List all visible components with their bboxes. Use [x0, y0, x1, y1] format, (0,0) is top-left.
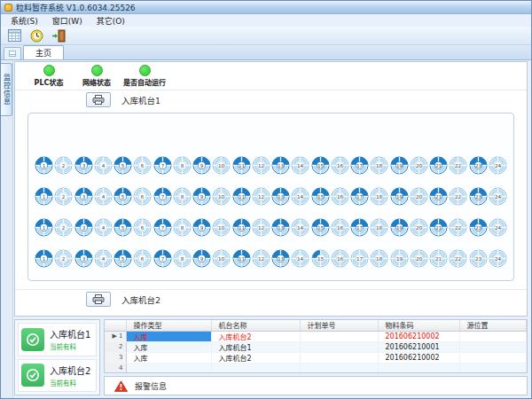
grid-row-header[interactable]: 3: [105, 352, 126, 363]
machine-list-item[interactable]: 入库机台2 当前有料: [18, 359, 97, 393]
clock-icon[interactable]: [28, 27, 44, 43]
grid-cell[interactable]: 201606210001: [378, 341, 459, 352]
tab-home[interactable]: 主页: [23, 45, 64, 59]
silo-indicator: 5: [113, 249, 132, 268]
grid-cell[interactable]: [300, 352, 378, 363]
menu-item[interactable]: 其它(O): [90, 14, 132, 27]
schedule-grid-icon[interactable]: [6, 27, 22, 43]
grid-row[interactable]: 2入库入库机台1201606210001: [105, 341, 527, 352]
grid-column-header[interactable]: 操作类型: [126, 320, 211, 331]
grid-column-header[interactable]: 物料条码: [378, 320, 459, 331]
svg-text:14: 14: [297, 163, 304, 168]
grid-cell[interactable]: [459, 341, 527, 352]
silo-indicator: 22: [449, 156, 467, 175]
grid-cell[interactable]: 入库: [126, 352, 211, 363]
silo-indicator: 17: [350, 156, 369, 175]
print-button-machine2[interactable]: [86, 292, 111, 307]
svg-text:15: 15: [317, 225, 324, 231]
silo-indicator: 15: [311, 249, 330, 268]
silo-indicator: 13: [271, 187, 290, 206]
grid-cell[interactable]: [126, 363, 211, 373]
grid-cell[interactable]: [211, 363, 300, 373]
silo-indicator: 7: [153, 156, 172, 175]
svg-text:7: 7: [160, 225, 164, 231]
silo-indicator: 19: [390, 156, 409, 175]
svg-text:18: 18: [376, 256, 383, 262]
machine-status: 当前有料: [50, 378, 90, 387]
grid-row-header[interactable]: ▶ 1: [105, 331, 126, 341]
silo-grid: 1 2 3 4 5 6 7 8 9 10 11 12 13 14 15 16 1…: [27, 113, 514, 281]
svg-text:24: 24: [495, 194, 502, 200]
grid-cell[interactable]: 201606210002: [378, 352, 459, 363]
svg-text:21: 21: [435, 194, 442, 200]
grid-row[interactable]: ▶ 1入库入库机台2201606210002: [105, 331, 527, 341]
svg-text:8: 8: [180, 256, 184, 262]
grid-row[interactable]: 3入库入库机台2201606210002: [105, 352, 527, 363]
menu-item[interactable]: 系统(S): [4, 14, 45, 27]
silo-indicator: 4: [94, 187, 113, 206]
svg-text:20: 20: [416, 225, 423, 231]
svg-text:14: 14: [297, 256, 304, 262]
app-window: 粒料暂存系统 V1.0.6034.25526 系统(S)窗口(W)其它(O) 主…: [0, 0, 532, 399]
svg-text:19: 19: [395, 163, 403, 168]
task-grid: 操作类型机台名称计划单号物料条码源位置 ▶ 1入库入库机台22016062100…: [104, 319, 528, 373]
grid-cell[interactable]: 入库: [126, 331, 211, 341]
silo-indicator: 17: [350, 249, 369, 268]
svg-text:13: 13: [278, 225, 285, 231]
exit-door-icon[interactable]: [51, 27, 66, 43]
grid-cell[interactable]: 入库机台1: [211, 341, 300, 352]
grid-cell[interactable]: 201606210002: [378, 331, 459, 341]
silo-indicator: 13: [271, 156, 290, 175]
silo-indicator: 6: [133, 218, 152, 237]
svg-text:24: 24: [495, 256, 502, 262]
svg-text:2: 2: [62, 163, 66, 168]
svg-text:1: 1: [43, 256, 46, 262]
grid-column-header[interactable]: 计划单号: [300, 320, 378, 331]
silo-indicator: 11: [232, 249, 251, 268]
grid-row-header[interactable]: 4: [105, 363, 126, 373]
silo-indicator: 10: [212, 187, 231, 206]
svg-text:19: 19: [395, 194, 403, 200]
svg-text:5: 5: [121, 225, 125, 231]
grid-column-header[interactable]: 机台名称: [211, 320, 300, 331]
status-indicator: PLC状态: [26, 65, 72, 87]
silo-indicator: 18: [370, 187, 388, 206]
svg-text:20: 20: [416, 256, 423, 262]
grid-cell[interactable]: 入库: [126, 341, 211, 352]
svg-text:16: 16: [337, 163, 344, 168]
grid-cell[interactable]: 入库机台2: [211, 352, 300, 363]
silo-indicator: 17: [350, 218, 369, 237]
grid-cell[interactable]: [300, 341, 378, 352]
grid-cell[interactable]: [459, 363, 527, 373]
svg-text:21: 21: [435, 163, 442, 168]
svg-text:22: 22: [455, 194, 461, 200]
silo-indicator: 12: [252, 187, 270, 206]
silo-indicator: 21: [429, 187, 448, 206]
collapsed-tab[interactable]: [4, 47, 21, 59]
silo-indicator: 20: [410, 187, 428, 206]
svg-text:3: 3: [82, 163, 85, 168]
grid-cell[interactable]: [459, 331, 527, 341]
grid-cell[interactable]: [459, 352, 527, 363]
grid-cell[interactable]: [378, 363, 459, 373]
silo-indicator: 21: [429, 249, 448, 268]
grid-cell[interactable]: [300, 331, 378, 341]
silo-indicator: 21: [429, 218, 448, 237]
machine-status: 当前有料: [50, 341, 90, 351]
print-button-machine1[interactable]: [86, 92, 111, 107]
machine-list-item[interactable]: 入库机台1 当前有料: [18, 323, 97, 356]
silo-indicator: 1: [35, 218, 53, 237]
grid-column-header[interactable]: 源位置: [459, 320, 527, 331]
svg-text:6: 6: [141, 256, 145, 262]
svg-text:16: 16: [337, 256, 344, 262]
grid-cell[interactable]: [300, 363, 378, 373]
alarm-label: 报警信息: [135, 380, 167, 392]
grid-row-header[interactable]: 2: [105, 341, 126, 352]
dock-tab-monitor[interactable]: 监控信息: [1, 63, 12, 116]
svg-text:17: 17: [356, 225, 364, 231]
menu-item[interactable]: 窗口(W): [45, 14, 90, 27]
grid-row[interactable]: 4: [105, 363, 527, 373]
dock-strip: 监控信息: [1, 61, 13, 398]
grid-cell[interactable]: 入库机台2: [211, 331, 300, 341]
grid-icon: [9, 51, 16, 57]
